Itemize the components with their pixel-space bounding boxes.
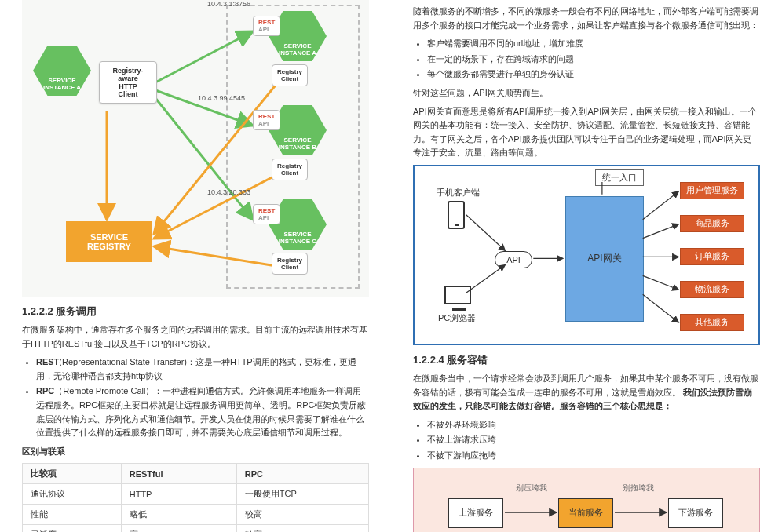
svg-line-6 — [154, 246, 281, 267]
para-fault: 在微服务当中，一个请求经常会涉及到调用几个服务，如果其中某个服务不可用，没有做服… — [413, 372, 760, 414]
http-client-card: Registry- aware HTTP Client — [99, 61, 157, 104]
api-gateway-box: API网关 — [565, 196, 644, 322]
current-box: 当前服务 — [558, 498, 613, 528]
list-item: 不被上游请求压垮 — [427, 433, 760, 447]
list-item: 不被下游响应拖垮 — [427, 449, 760, 463]
diff-title: 区别与联系 — [22, 445, 369, 459]
pc-browser-label: PC浏览器 — [438, 312, 476, 324]
svg-line-12 — [643, 224, 679, 239]
rest-badge-b: RESTAPI — [253, 110, 280, 130]
down-label: 别拖垮我 — [623, 483, 654, 494]
svg-line-11 — [643, 191, 679, 220]
api-gateway-diagram: 统一入口 手机客户端 API PC浏览器 API网关 用户管理服务 商品服务 订… — [413, 165, 760, 345]
svg-line-14 — [643, 275, 679, 290]
service-registry-diagram: SERVICE INSTANCE A Registry- aware HTTP … — [22, 0, 369, 297]
unified-entry-label: 统一入口 — [595, 169, 644, 186]
up-label: 别压垮我 — [516, 483, 547, 494]
para-gateway-intro: 随着微服务的不断增多，不同的微服务一般会有不同的网络地址，而外部客户端可能需要调… — [413, 5, 760, 32]
left-column: SERVICE INSTANCE A Registry- aware HTTP … — [0, 0, 391, 532]
fault-tolerance-diagram: 别压垮我 别拖垮我 上游服务 当前服务 下游服务 外界环境不要影响到我 — [413, 468, 760, 533]
list-item: 每个微服务都需要进行单独的身份认证 — [427, 67, 760, 82]
list-rest-rpc: REST(Representational State Transfer)：这是… — [36, 355, 369, 440]
svc-ship: 物流服务 — [680, 281, 744, 298]
pc-icon — [444, 286, 471, 304]
reg-client-a: Registry Client — [272, 64, 308, 86]
heading-service-call: 1.2.2.2 服务调用 — [22, 304, 369, 319]
right-column: 随着微服务的不断增多，不同的微服务一般会有不同的网络地址，而外部客户端可能需要调… — [391, 0, 782, 532]
svg-line-8 — [466, 264, 506, 293]
addr-2: 10.4.3.99:4545 — [198, 94, 245, 102]
mobile-client-label: 手机客户端 — [437, 187, 480, 199]
list-item: REST(Representational State Transfer)：这是… — [36, 355, 369, 383]
api-oval: API — [495, 251, 532, 268]
svg-line-2 — [155, 98, 253, 220]
downstream-box: 下游服务 — [668, 498, 723, 528]
list-item: 不被外界环境影响 — [427, 418, 760, 432]
svc-order: 订单服务 — [680, 248, 744, 265]
list-item: 在一定的场景下，存在跨域请求的问题 — [427, 53, 760, 67]
hex-label: INSTANCE A — [43, 84, 81, 91]
list-item: RPC（Remote Promote Call）：一种进程间通信方式。允许像调用… — [36, 384, 369, 439]
heading-fault-tolerance: 1.2.2.4 服务容错 — [413, 353, 760, 367]
list-item: 客户端需要调用不同的url地址，增加难度 — [427, 37, 760, 51]
th: RPC — [236, 464, 368, 484]
svg-line-7 — [466, 215, 506, 251]
list-fault-core: 不被外界环境影响 不被上游请求压垮 不被下游响应拖垮 — [427, 418, 760, 463]
rest-vs-rpc-table: 比较项 RESTful RPC 通讯协议HTTP一般使用TCP 性能略低较高 灵… — [22, 463, 369, 532]
service-registry-box: SERVICE REGISTRY — [66, 221, 152, 262]
th: 比较项 — [23, 464, 122, 484]
svg-line-15 — [643, 294, 679, 322]
para-service-call: 在微服务架构中，通常存在多个服务之间的远程调用的需求。目前主流的远程调用技术有基… — [22, 323, 369, 351]
th: RESTful — [121, 464, 236, 484]
list-gateway-issues: 客户端需要调用不同的url地址，增加难度 在一定的场景下，存在跨域请求的问题 每… — [427, 37, 760, 82]
addr-3: 10.4.3.20:333 — [207, 188, 250, 196]
svc-other: 其他服务 — [680, 314, 744, 331]
reg-client-c: Registry Client — [272, 253, 308, 275]
rest-badge-c: RESTAPI — [253, 204, 280, 224]
rest-badge-a: RESTAPI — [253, 16, 280, 36]
svc-goods: 商品服务 — [680, 215, 744, 232]
addr-1: 10.4.3.1:8756 — [207, 0, 250, 8]
svg-line-0 — [155, 31, 253, 82]
upstream-box: 上游服务 — [448, 498, 503, 528]
para-gateway-born: 针对这些问题，API网关顺势而生。 — [413, 86, 760, 100]
reg-client-b: Registry Client — [272, 159, 308, 180]
svc-user: 用户管理服务 — [680, 182, 744, 199]
para-gateway-desc: API网关直面意思是将所有API调用统一接入到API网关层，由网关层统一接入和输… — [413, 105, 760, 160]
hex-label: SERVICE — [49, 77, 76, 84]
phone-icon — [448, 201, 465, 229]
